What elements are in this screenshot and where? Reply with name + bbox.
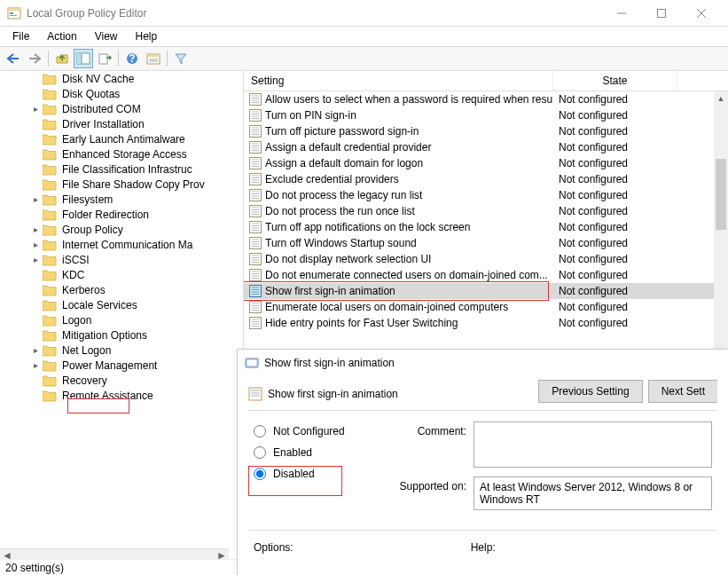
setting-state: Not configured [553,157,677,169]
help-button[interactable]: ? [122,49,142,68]
scroll-up-arrow[interactable]: ▲ [714,91,728,106]
help-label: Help: [471,541,496,554]
policy-dialog: Show first sign-in animation Show first … [237,349,728,575]
list-row[interactable]: Assign a default credential providerNot … [244,139,728,155]
tree-item-label: Logon [60,314,93,327]
folder-icon [43,239,57,251]
show-hide-tree-button[interactable] [74,49,93,68]
setting-name: Show first sign-in animation [265,285,395,297]
titlebar: Local Group Policy Editor [0,0,728,27]
tree-item[interactable]: ▸Filesystem [0,192,229,207]
tree-item-label: Mitigation Options [60,329,149,342]
list-row[interactable]: Enumerate local users on domain-joined c… [244,299,728,315]
folder-icon [43,314,57,327]
list-row[interactable]: Do not enumerate connected users on doma… [244,267,728,283]
tree-item[interactable]: File Share Shadow Copy Prov [0,177,229,192]
menu-help[interactable]: Help [127,28,167,44]
list-row[interactable]: Turn on PIN sign-inNot configured [244,107,728,123]
policy-icon [249,173,262,185]
expander-icon[interactable]: ▸ [30,224,41,234]
setting-name: Assign a default domain for logon [265,157,423,169]
setting-name: Turn off Windows Startup sound [265,237,417,249]
list-row[interactable]: Exclude credential providersNot configur… [244,171,728,187]
toolbar-separator [118,51,119,67]
tree-item[interactable]: Disk NV Cache [0,71,229,86]
previous-setting-button[interactable]: Previous Setting [538,380,642,403]
tree-item[interactable]: Recovery [0,373,229,388]
tree-item[interactable]: ▸iSCSI [0,252,229,267]
expander-icon[interactable]: ▸ [30,194,41,204]
menu-action[interactable]: Action [38,28,85,44]
expander-icon[interactable]: ▸ [30,255,41,264]
filter-button[interactable] [171,49,191,68]
next-setting-button[interactable]: Next Sett [648,380,717,403]
list-row[interactable]: Do not process the run once listNot conf… [244,203,728,219]
tree-item[interactable]: Disk Quotas [0,86,229,101]
list-row[interactable]: Hide entry points for Fast User Switchin… [244,315,728,331]
menubar: File Action View Help [0,27,728,46]
properties-button[interactable] [144,49,163,68]
maximize-button[interactable] [641,1,681,26]
forward-button[interactable] [25,49,44,68]
menu-file[interactable]: File [4,28,38,44]
supported-label: Supported on: [387,477,466,492]
column-setting[interactable]: Setting [244,71,553,91]
tree-item[interactable]: ▸Net Logon [0,343,229,358]
tree-item[interactable]: Folder Redirection [0,207,229,222]
tree-item[interactable]: ▸Power Management [0,358,229,373]
list-row[interactable]: Turn off app notifications on the lock s… [244,219,728,235]
list-row[interactable]: Do not process the legacy run listNot co… [244,187,728,203]
tree-item[interactable]: Logon [0,312,229,327]
status-bar: 20 setting(s) [0,559,243,575]
tree-item[interactable]: ▸Group Policy [0,222,229,237]
expander-icon[interactable]: ▸ [30,360,41,370]
tree-item[interactable]: ▸Internet Communication Ma [0,237,229,252]
list-row[interactable]: Turn off picture password sign-inNot con… [244,123,728,139]
list-row[interactable]: Allow users to select when a password is… [244,91,728,107]
list-header[interactable]: Setting State [244,71,728,91]
expander-icon[interactable]: ▸ [30,104,41,114]
up-button[interactable] [52,49,72,68]
expander-icon[interactable]: ▸ [30,345,41,355]
radio-not-configured[interactable]: Not Configured [254,425,369,437]
tree-item[interactable]: Remote Assistance [0,388,229,403]
setting-state: Not configured [553,205,677,217]
tree-item[interactable]: KDC [0,267,229,282]
list-row[interactable]: Do not display network selection UINot c… [244,251,728,267]
toolbar-separator [167,51,168,67]
list-row[interactable]: Turn off Windows Startup soundNot config… [244,235,728,251]
dialog-app-icon [245,356,259,370]
radio-disabled[interactable]: Disabled [254,468,369,480]
tree-item[interactable]: ▸Distributed COM [0,101,229,116]
folder-icon [43,269,57,281]
tree-item-label: Power Management [60,359,159,372]
export-button[interactable] [95,49,114,68]
tree-item[interactable]: Mitigation Options [0,327,229,343]
list-row[interactable]: Assign a default domain for logonNot con… [244,155,728,171]
menu-view[interactable]: View [86,28,127,44]
tree-item[interactable]: Enhanced Storage Access [0,146,229,161]
policy-icon [249,237,262,249]
setting-state: Not configured [553,285,677,297]
tree-item[interactable]: Locale Services [0,297,229,312]
dialog-heading-text: Show first sign-in animation [268,388,398,400]
tree-scroll[interactable]: Disk NV CacheDisk Quotas▸Distributed COM… [0,71,229,548]
back-button[interactable] [4,49,23,68]
minimize-button[interactable] [601,1,641,26]
tree-item[interactable]: File Classification Infrastruc [0,161,229,177]
folder-icon [43,193,57,206]
dialog-titlebar[interactable]: Show first sign-in animation [238,350,728,376]
tree-item[interactable]: Driver Installation [0,116,229,131]
comment-textbox[interactable] [474,421,712,468]
tree-item[interactable]: Kerberos [0,282,229,297]
expander-icon[interactable]: ▸ [30,240,41,249]
column-state[interactable]: State [553,71,677,91]
tree-item[interactable]: Early Launch Antimalware [0,131,229,146]
radio-enabled[interactable]: Enabled [254,446,369,459]
list-row[interactable]: Show first sign-in animationNot configur… [244,283,728,299]
window-title: Local Group Policy Editor [27,7,601,20]
policy-icon [249,93,262,106]
svg-rect-3 [10,15,17,16]
folder-icon [43,178,57,191]
close-button[interactable] [681,1,721,26]
